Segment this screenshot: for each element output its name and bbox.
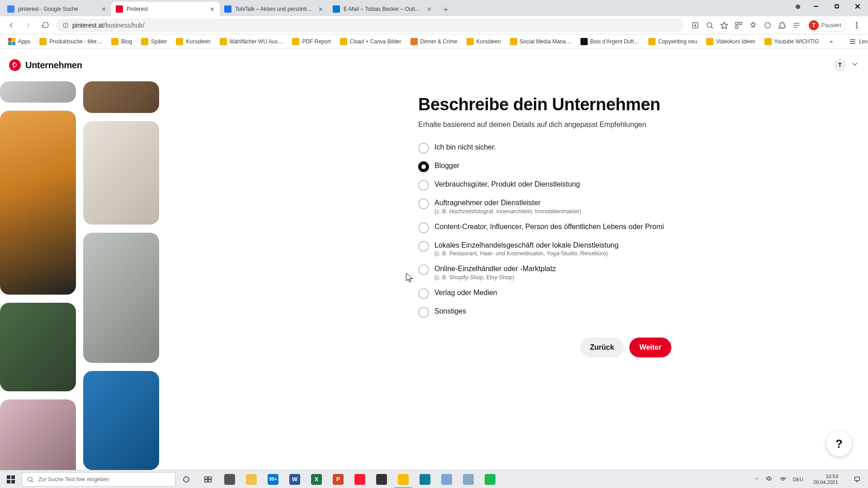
taskbar-clock[interactable]: 10:53 28.04.2021 — [810, 474, 842, 485]
business-type-option[interactable]: Sonstiges — [418, 305, 671, 319]
bookmark-item[interactable]: Bois d'Argent Duft… — [577, 36, 643, 47]
bookmark-folder-icon — [340, 38, 347, 45]
bookmark-item[interactable]: Kursideen — [172, 36, 214, 47]
maximize-button[interactable] — [826, 0, 847, 13]
close-window-button[interactable] — [847, 0, 868, 13]
page-content: Unternehmen T Besc — [0, 49, 868, 470]
taskbar-app-obs[interactable] — [371, 470, 392, 488]
nav-back-button[interactable] — [5, 19, 17, 32]
taskbar-app-opera[interactable] — [349, 470, 371, 488]
mosaic-tile — [83, 371, 159, 470]
mosaic-tile — [83, 233, 159, 363]
browser-tab[interactable]: TobiTalk – Aktien und persönlich… ✕ — [220, 2, 328, 16]
reading-list-button[interactable]: Leseliste — [845, 36, 868, 47]
bookmark-item[interactable]: Später — [137, 36, 170, 47]
business-type-option[interactable]: Blogger — [418, 159, 671, 174]
url-path: /business/hub/ — [104, 22, 144, 29]
bookmark-item[interactable]: Youtube WICHTIG — [761, 36, 823, 47]
radio-icon — [418, 288, 429, 299]
tray-network-icon[interactable] — [779, 475, 787, 483]
business-type-option[interactable]: Ich bin nicht sicher. — [418, 141, 671, 155]
bookmark-folder-icon — [706, 38, 713, 45]
browser-tab[interactable]: Pinterest ✕ — [111, 2, 220, 16]
minimize-button[interactable] — [806, 0, 826, 13]
help-button[interactable]: ? — [826, 431, 852, 456]
qr-icon[interactable] — [735, 21, 743, 29]
cortana-button[interactable] — [175, 470, 197, 488]
business-type-option[interactable]: Online-Einzelhändler oder -Marktplatz (z… — [418, 262, 671, 282]
bookmark-item[interactable]: Produktsuche - Mer… — [36, 36, 106, 47]
browser-tab[interactable]: pinterest - Google Suche ✕ — [3, 2, 111, 16]
apps-shortcut[interactable]: Apps — [5, 36, 34, 47]
taskbar-app-edge[interactable] — [414, 470, 436, 488]
bookmark-item[interactable]: Wahlfächer WU Aus… — [216, 36, 287, 47]
profile-status: Pausiert — [821, 22, 841, 28]
taskbar-app-mail[interactable]: 99+ — [262, 470, 284, 488]
business-type-option[interactable]: Content-Creator, Influencer, Person des … — [418, 220, 671, 235]
zoom-icon[interactable] — [706, 21, 714, 29]
ext-circle-icon[interactable] — [764, 21, 772, 29]
next-button[interactable]: Weiter — [629, 338, 671, 357]
business-type-option[interactable]: Verbrauchsgüter, Produkt oder Dienstleis… — [418, 178, 671, 192]
reload-button[interactable] — [39, 19, 52, 32]
bookmark-item[interactable]: Social Media Mana… — [506, 36, 575, 47]
bookmark-item[interactable]: Copywriting neu — [645, 36, 701, 47]
bookmark-item[interactable]: Cload + Canva Bilder — [336, 36, 405, 47]
pinterest-logo-icon[interactable] — [9, 59, 21, 71]
taskbar-app-task-view[interactable] — [219, 470, 241, 488]
taskbar-app-excel[interactable]: X — [306, 470, 327, 488]
browser-tab[interactable]: E-Mail – Tobias Becker – Outlook ✕ — [328, 2, 437, 16]
extensions-icon[interactable] — [778, 21, 786, 29]
bookmark-folder-icon — [220, 38, 227, 45]
taskbar-app-chrome[interactable] — [392, 470, 414, 488]
business-type-option[interactable]: Auftragnehmer oder Dienstleister (z. B. … — [418, 196, 671, 216]
bookmark-item[interactable]: Videokurs Ideen — [703, 36, 759, 47]
tab-title: E-Mail – Tobias Becker – Outlook — [344, 6, 422, 12]
bookmarks-bar: Apps Produktsuche - Mer…BlogSpäterKursid… — [0, 34, 868, 49]
option-label: Auftragnehmer oder Dienstleister — [434, 198, 581, 208]
option-hint: (z. B. Shopify-Shop, Etsy-Shop) — [434, 274, 556, 281]
mosaic-tile — [0, 111, 76, 295]
tray-language[interactable]: DEU — [793, 477, 803, 482]
install-app-icon[interactable] — [691, 21, 699, 29]
reading-list-icon[interactable] — [793, 21, 801, 29]
overflow-chevron[interactable]: » — [826, 37, 837, 47]
start-button[interactable] — [0, 470, 22, 488]
business-type-option[interactable]: Verlag oder Medien — [418, 286, 671, 301]
taskbar-search[interactable]: Zur Suche Text hier eingeben — [22, 472, 175, 487]
url-input[interactable]: pinterest.at/business/hub/ — [56, 19, 684, 32]
bookmark-item[interactable]: PDF Report — [288, 36, 334, 47]
ext-pin-icon[interactable] — [749, 21, 757, 29]
taskbar-app-powerpoint[interactable]: P — [327, 470, 349, 488]
bookmark-item[interactable]: Kursideen — [463, 36, 505, 47]
taskbar-app-notepad[interactable] — [436, 470, 458, 488]
taskbar-app-explorer[interactable] — [241, 470, 262, 488]
tab-close-icon[interactable]: ✕ — [209, 6, 215, 12]
tray-overflow-icon[interactable] — [754, 476, 760, 483]
account-avatar[interactable]: T — [834, 59, 846, 71]
tab-close-icon[interactable]: ✕ — [100, 6, 107, 12]
task-view-button[interactable] — [197, 470, 219, 488]
account-menu-chevron-icon[interactable] — [851, 60, 859, 70]
taskbar-app-spotify[interactable] — [479, 470, 501, 488]
bookmark-star-icon[interactable] — [720, 21, 728, 29]
nav-forward-button[interactable] — [22, 19, 34, 32]
action-center-icon[interactable] — [848, 476, 866, 483]
bookmark-item[interactable]: Blog — [108, 36, 136, 47]
url-host: pinterest.at — [72, 22, 104, 29]
tab-close-icon[interactable]: ✕ — [317, 6, 324, 12]
option-label: Content-Creator, Influencer, Person des … — [434, 222, 664, 232]
bookmark-item[interactable]: Dinner & Crime — [407, 36, 461, 47]
profile-chip[interactable]: T Pausiert — [807, 19, 846, 32]
business-type-option[interactable]: Lokales Einzelhandelsgeschäft oder lokal… — [418, 239, 671, 259]
bookmark-label: Youtube WICHTIG — [774, 38, 819, 45]
taskbar-app-wordpad[interactable] — [458, 470, 479, 488]
kebab-menu-icon[interactable] — [853, 21, 861, 29]
radio-icon — [418, 143, 429, 154]
new-tab-button[interactable]: ＋ — [439, 3, 452, 15]
option-label: Verbrauchsgüter, Produkt oder Dienstleis… — [434, 179, 580, 189]
tab-close-icon[interactable]: ✕ — [426, 6, 432, 12]
tray-volume-icon[interactable] — [766, 475, 773, 483]
taskbar-app-word[interactable]: W — [284, 470, 306, 488]
back-button[interactable]: Zurück — [580, 338, 624, 357]
